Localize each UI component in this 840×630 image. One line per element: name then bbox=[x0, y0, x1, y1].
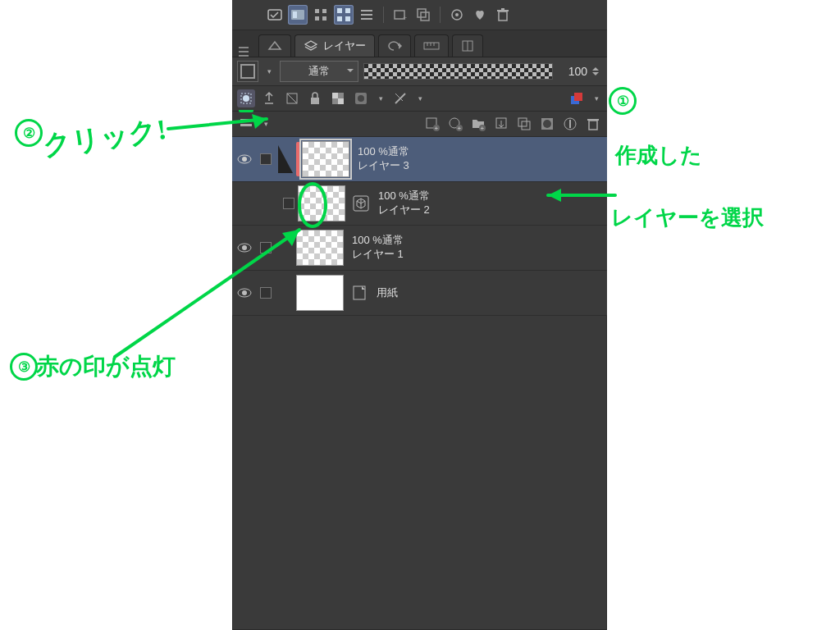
svg-rect-16 bbox=[418, 9, 426, 17]
mask-menu-icon[interactable] bbox=[352, 89, 370, 107]
layer-label: 100 %通常 レイヤー 1 bbox=[352, 234, 404, 262]
delete-layer-icon[interactable] bbox=[584, 115, 602, 133]
transfer-down-icon[interactable] bbox=[492, 115, 510, 133]
paper-icon bbox=[350, 284, 368, 302]
thumbnail-card-icon[interactable] bbox=[288, 5, 308, 25]
create-mask-icon[interactable] bbox=[538, 115, 556, 133]
layer-label: 用紙 bbox=[377, 286, 398, 300]
annotation-1-number: ① bbox=[609, 87, 637, 115]
svg-rect-11 bbox=[361, 10, 372, 11]
new-correction-layer-icon[interactable]: + bbox=[446, 115, 464, 133]
grid-small-icon[interactable] bbox=[311, 5, 331, 25]
svg-text:+: + bbox=[403, 14, 407, 22]
layer-thumbnail[interactable] bbox=[296, 230, 344, 266]
grid-large-icon[interactable] bbox=[334, 5, 354, 25]
apply-mask-icon[interactable] bbox=[561, 115, 579, 133]
tab-layers[interactable]: レイヤー bbox=[294, 34, 375, 57]
layer-color-caret-icon[interactable]: ▾ bbox=[591, 89, 602, 108]
layer-name-text: 用紙 bbox=[377, 286, 398, 300]
layer-tool-row-1: ▾ ▾ ▾ bbox=[232, 86, 607, 112]
checklist-icon[interactable] bbox=[265, 5, 285, 25]
svg-rect-21 bbox=[497, 10, 509, 11]
layer-list: 100 %通常 レイヤー 3 100 %通常 レイヤー 2 100 %通常 レイ… bbox=[232, 137, 607, 316]
layer-thumbnail[interactable] bbox=[296, 275, 344, 311]
opacity-spinner[interactable] bbox=[592, 64, 602, 79]
svg-rect-12 bbox=[361, 14, 372, 16]
layer-checkbox[interactable] bbox=[257, 242, 275, 253]
layer-checkbox[interactable] bbox=[257, 153, 275, 165]
panel-menu-caret-icon[interactable]: ▾ bbox=[260, 114, 272, 134]
blend-mode-label: 通常 bbox=[308, 64, 330, 79]
layers-stack-icon bbox=[304, 39, 318, 52]
layer-color-icon[interactable] bbox=[568, 89, 586, 107]
layer-thumbnail[interactable] bbox=[298, 185, 345, 221]
visibility-icon[interactable] bbox=[232, 154, 257, 164]
annotation-1-text-b: レイヤーを選択 bbox=[611, 203, 764, 232]
swatch-caret-icon[interactable]: ▾ bbox=[263, 62, 275, 81]
draft-layer-icon[interactable] bbox=[283, 89, 301, 107]
visibility-icon[interactable] bbox=[232, 288, 257, 298]
svg-point-64 bbox=[242, 157, 247, 162]
svg-rect-17 bbox=[421, 12, 429, 21]
blend-mode-select[interactable]: 通常 bbox=[280, 61, 358, 82]
svg-rect-7 bbox=[337, 8, 342, 13]
svg-rect-3 bbox=[315, 9, 319, 13]
tab-icon-only[interactable] bbox=[258, 34, 291, 57]
layer-thumbnail[interactable] bbox=[302, 141, 349, 177]
new-folder-icon[interactable]: + bbox=[469, 115, 487, 133]
layer-checkbox[interactable] bbox=[257, 287, 275, 299]
svg-line-33 bbox=[287, 94, 297, 103]
svg-rect-55 bbox=[518, 118, 527, 126]
svg-rect-9 bbox=[337, 16, 342, 21]
svg-rect-44 bbox=[240, 119, 252, 121]
lock-icon[interactable] bbox=[306, 89, 324, 107]
panel-toolbar: + bbox=[232, 0, 607, 30]
svg-rect-56 bbox=[522, 121, 530, 130]
merge-down-icon[interactable] bbox=[515, 115, 533, 133]
svg-marker-72 bbox=[362, 286, 365, 290]
layer-row-layer1[interactable]: 100 %通常 レイヤー 1 bbox=[232, 226, 607, 271]
layer-opacity-text: 100 %通常 bbox=[378, 189, 430, 203]
visibility-icon[interactable] bbox=[232, 243, 257, 253]
ruler-toggle-icon[interactable] bbox=[391, 89, 409, 107]
frame-copy-icon[interactable] bbox=[413, 5, 433, 25]
annotation-3-text: 赤の印が点灯 bbox=[36, 351, 176, 382]
settings-icon[interactable] bbox=[447, 5, 467, 25]
frame-add-icon[interactable]: + bbox=[390, 5, 410, 25]
svg-rect-61 bbox=[589, 121, 597, 130]
menu-icon[interactable] bbox=[235, 47, 252, 57]
mask-caret-icon[interactable]: ▾ bbox=[375, 89, 386, 108]
svg-rect-22 bbox=[501, 8, 504, 10]
svg-marker-65 bbox=[278, 145, 293, 173]
layer-color-swatch[interactable] bbox=[237, 61, 258, 82]
reference-layer-icon[interactable] bbox=[260, 89, 278, 107]
tab-undo[interactable] bbox=[378, 34, 411, 57]
layer-tool-row-2: ▾ + + + bbox=[232, 112, 607, 137]
svg-rect-2 bbox=[293, 11, 297, 18]
clip-mask-icon[interactable] bbox=[237, 89, 255, 107]
layer-row-layer2[interactable]: 100 %通常 レイヤー 2 bbox=[232, 182, 607, 226]
trash-icon[interactable] bbox=[493, 5, 513, 25]
tab-book[interactable] bbox=[452, 34, 483, 57]
svg-text:+: + bbox=[458, 125, 462, 131]
layer-row-layer3[interactable]: 100 %通常 レイヤー 3 bbox=[232, 137, 607, 182]
svg-rect-20 bbox=[499, 11, 507, 21]
alpha-lock-icon[interactable] bbox=[329, 89, 347, 107]
svg-rect-37 bbox=[338, 98, 344, 104]
layer-row-paper[interactable]: 用紙 bbox=[232, 271, 607, 316]
svg-rect-62 bbox=[587, 119, 599, 121]
opacity-slider[interactable] bbox=[363, 63, 553, 80]
layer-checkbox[interactable] bbox=[280, 198, 298, 209]
new-layer-icon[interactable]: + bbox=[423, 115, 441, 133]
svg-rect-5 bbox=[315, 16, 319, 21]
svg-rect-43 bbox=[574, 93, 582, 101]
tab-ruler[interactable] bbox=[414, 34, 449, 57]
svg-point-31 bbox=[243, 95, 249, 102]
layer-label: 100 %通常 レイヤー 3 bbox=[358, 145, 409, 173]
annotation-1-text-a: 作成した bbox=[615, 141, 702, 170]
ruler-caret-icon[interactable]: ▾ bbox=[414, 89, 426, 108]
svg-point-58 bbox=[543, 120, 551, 128]
panel-menu-icon[interactable] bbox=[237, 115, 255, 133]
heart-icon[interactable] bbox=[470, 5, 490, 25]
list-icon[interactable] bbox=[357, 5, 377, 25]
